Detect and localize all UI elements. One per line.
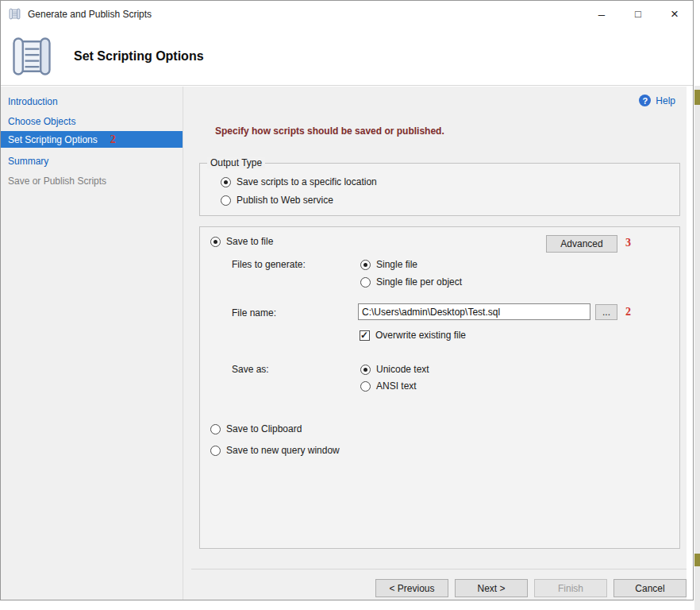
radio-ansi-text[interactable]: ANSI text: [360, 380, 417, 392]
radio-single-file-per-object[interactable]: Single file per object: [360, 276, 462, 288]
page-edge-strip: [694, 86, 700, 610]
sidebar-item-save-or-publish[interactable]: Save or Publish Scripts: [1, 172, 183, 189]
wizard-sidebar: Introduction Choose Objects Set Scriptin…: [1, 87, 183, 600]
finish-button: Finish: [534, 579, 607, 597]
files-to-generate-label: Files to generate:: [232, 259, 306, 270]
radio-label: Save to Clipboard: [226, 423, 302, 434]
radio-label: ANSI text: [376, 380, 417, 392]
file-name-input[interactable]: [358, 303, 590, 320]
main-panel: ? Help Specify how scripts should be sav…: [183, 87, 687, 600]
radio-selected-icon: [360, 365, 371, 375]
radio-selected-icon: [221, 177, 231, 187]
radio-label: Unicode text: [376, 364, 429, 375]
radio-single-file[interactable]: Single file: [360, 258, 417, 271]
sidebar-item-summary[interactable]: Summary: [1, 152, 183, 169]
radio-save-to-clipboard[interactable]: Save to Clipboard: [210, 423, 302, 435]
edge-marker-bottom: [694, 554, 700, 566]
radio-save-to-file[interactable]: Save to file: [210, 235, 273, 248]
cancel-button[interactable]: Cancel: [613, 579, 687, 597]
radio-selected-icon: [360, 260, 371, 270]
sidebar-item-introduction[interactable]: Introduction: [1, 93, 183, 110]
wizard-window: Generate and Publish Scripts – □ ×: [0, 0, 694, 600]
screenshot-stage: Generate and Publish Scripts – □ ×: [0, 0, 700, 610]
instruction-text: Specify how scripts should be saved or p…: [215, 125, 444, 137]
close-button[interactable]: ×: [656, 1, 693, 27]
radio-unselected-icon: [360, 381, 371, 392]
radio-save-scripts-to-location[interactable]: Save scripts to a specific location: [221, 176, 377, 188]
checkbox-checked-icon: [360, 330, 370, 341]
sidebar-item-label: Choose Objects: [8, 116, 75, 127]
radio-save-to-new-query-window[interactable]: Save to new query window: [210, 444, 340, 457]
sidebar-item-choose-objects[interactable]: Choose Objects: [1, 113, 183, 129]
radio-unselected-icon: [360, 277, 371, 288]
minimize-button[interactable]: –: [583, 1, 620, 27]
sidebar-item-label: Set Scripting Options: [8, 134, 98, 145]
previous-button[interactable]: < Previous: [375, 579, 448, 597]
help-icon: ?: [639, 95, 651, 106]
help-link[interactable]: ? Help: [639, 95, 675, 106]
radio-label: Save to file: [226, 236, 273, 247]
step-annotation: 2: [110, 133, 116, 146]
radio-selected-icon: [210, 237, 221, 247]
script-scroll-icon: [7, 33, 56, 80]
save-as-label: Save as:: [232, 364, 269, 375]
sidebar-item-label: Introduction: [8, 96, 58, 107]
next-button[interactable]: Next >: [455, 579, 528, 597]
help-label: Help: [656, 95, 675, 106]
footer-divider: [191, 569, 687, 569]
checkbox-label: Overwrite existing file: [375, 330, 466, 341]
checkbox-overwrite-existing-file[interactable]: Overwrite existing file: [360, 329, 466, 342]
maximize-button[interactable]: □: [620, 1, 656, 27]
radio-label: Single file: [376, 259, 417, 270]
window-controls: – □ ×: [583, 1, 693, 27]
browse-annotation: 2: [625, 306, 631, 319]
sidebar-item-label: Save or Publish Scripts: [8, 176, 106, 187]
sidebar-item-label: Summary: [8, 156, 48, 167]
radio-unselected-icon: [210, 424, 221, 434]
output-type-group-label: Output Type: [207, 157, 265, 168]
radio-label: Save to new query window: [226, 445, 340, 456]
output-type-group: Output Type Save scripts to a specific l…: [199, 163, 680, 216]
radio-label: Save scripts to a specific location: [237, 176, 377, 187]
sidebar-item-set-scripting-options[interactable]: Set Scripting Options 2: [1, 131, 183, 148]
browse-button[interactable]: ...: [595, 304, 617, 320]
radio-label: Single file per object: [376, 276, 462, 288]
radio-publish-to-web-service[interactable]: Publish to Web service: [221, 194, 333, 207]
file-name-label: File name:: [232, 307, 276, 319]
edge-marker-top: [694, 90, 700, 105]
advanced-annotation: 3: [625, 237, 631, 249]
radio-unselected-icon: [221, 195, 231, 206]
app-scroll-icon: [8, 7, 21, 21]
page-title: Set Scripting Options: [74, 49, 204, 64]
radio-label: Publish to Web service: [237, 195, 333, 206]
save-options-group: Save to file Advanced 3 Files to generat…: [199, 226, 680, 549]
radio-unicode-text[interactable]: Unicode text: [360, 363, 429, 376]
advanced-button[interactable]: Advanced: [546, 235, 617, 253]
wizard-header: Set Scripting Options: [1, 27, 693, 86]
title-bar: Generate and Publish Scripts – □ ×: [1, 1, 693, 27]
window-title: Generate and Publish Scripts: [28, 9, 152, 20]
radio-unselected-icon: [210, 446, 221, 456]
